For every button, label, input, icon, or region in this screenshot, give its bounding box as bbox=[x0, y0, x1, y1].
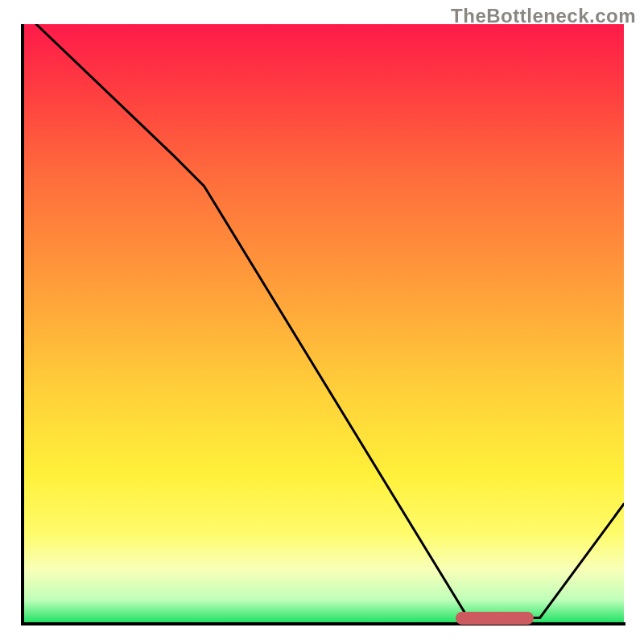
optimal-range-marker bbox=[456, 612, 534, 625]
curve-path bbox=[36, 24, 624, 618]
chart-container: TheBottleneck.com bbox=[0, 0, 644, 644]
line-series bbox=[24, 24, 624, 624]
